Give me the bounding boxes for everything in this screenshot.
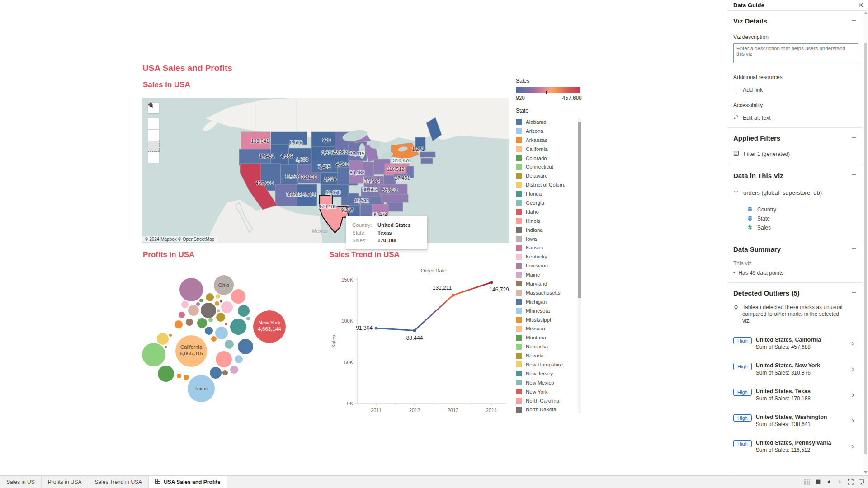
profit-bubble[interactable]	[197, 318, 207, 328]
collapse-data-in-viz-icon[interactable]	[851, 171, 857, 179]
state-mark-NC[interactable]	[381, 194, 408, 202]
profit-bubble[interactable]	[225, 340, 234, 349]
state-legend-item[interactable]: Florida	[516, 189, 584, 198]
state-legend-item[interactable]: Colorado	[516, 154, 584, 163]
viz-field-country[interactable]: Country	[747, 205, 857, 214]
close-icon[interactable]	[858, 1, 863, 9]
map-svg[interactable]: 138,64117,4314,3825,5891,60311,22032,108…	[142, 98, 509, 243]
sales-map[interactable]: 138,64117,4314,3825,5891,60311,22032,108…	[142, 98, 509, 243]
profit-bubble[interactable]	[196, 302, 200, 306]
play-icon[interactable]	[148, 152, 160, 163]
next-sheet-icon[interactable]	[837, 479, 843, 485]
viz-description-input[interactable]	[733, 43, 858, 63]
sheet-tab-usa-sales-and-profits[interactable]: USA Sales and Profits	[149, 476, 227, 488]
edit-alt-text-button[interactable]: Edit alt text	[733, 114, 857, 121]
profit-bubble[interactable]	[246, 317, 250, 320]
state-legend-item[interactable]: Georgia	[516, 198, 584, 207]
state-legend-item[interactable]: New Mexico	[516, 378, 584, 387]
profit-bubble[interactable]	[220, 300, 222, 303]
profit-bubble[interactable]	[235, 355, 243, 363]
zoom-out-icon[interactable]	[148, 129, 160, 141]
collapse-viz-details-icon[interactable]	[851, 17, 857, 25]
presentation-icon[interactable]	[859, 479, 864, 485]
trend-point-2014[interactable]	[490, 281, 493, 284]
state-legend-item[interactable]: California	[516, 145, 584, 154]
state-legend-item[interactable]: North Carolina	[516, 396, 584, 405]
state-legend-item[interactable]: Idaho	[516, 207, 584, 216]
profit-bubble[interactable]	[142, 343, 165, 366]
state-legend-item[interactable]: New Hampshire	[516, 360, 584, 369]
profit-bubble[interactable]	[215, 327, 228, 339]
profit-bubble[interactable]	[181, 301, 189, 308]
state-legend-item[interactable]: Massachusetts	[516, 288, 584, 297]
add-link-button[interactable]: Add link	[733, 86, 857, 93]
profit-bubble[interactable]	[177, 374, 181, 378]
state-mark-CT[interactable]	[421, 158, 433, 164]
state-legend-item[interactable]: Montana	[516, 333, 584, 342]
trend-point-2012[interactable]	[413, 329, 416, 332]
scroll-up-icon[interactable]	[863, 11, 868, 16]
state-legend-item[interactable]: New York	[516, 387, 584, 396]
state-legend-item[interactable]: New Jersey	[516, 369, 584, 378]
state-legend-item[interactable]: Kentucky	[516, 252, 584, 261]
state-legend-item[interactable]: Connecticut	[516, 162, 584, 171]
state-legend-item[interactable]: Michigan	[516, 297, 584, 306]
collapse-applied-filters-icon[interactable]	[851, 134, 857, 142]
state-legend-item[interactable]: District of Colum..	[516, 180, 584, 189]
sheet-view-icon[interactable]	[815, 479, 821, 485]
state-legend-item[interactable]: Missouri	[516, 324, 584, 333]
data-guide-scrollbar[interactable]	[863, 11, 868, 475]
grid-view-icon[interactable]	[804, 479, 810, 485]
profit-bubble[interactable]	[169, 334, 172, 337]
applied-filter-item[interactable]: Filter 1 (generated)	[733, 150, 857, 159]
state-legend-item[interactable]: Nevada	[516, 351, 584, 360]
state-legend-item[interactable]: Delaware	[516, 171, 584, 180]
sheet-tab-sales-in-us[interactable]: Sales in US	[0, 476, 42, 488]
state-legend-item[interactable]: Maine	[516, 270, 584, 279]
profit-bubble[interactable]	[210, 367, 222, 379]
data-guide-scrollbar-thumb[interactable]	[864, 43, 867, 454]
profit-bubble[interactable]	[238, 305, 250, 317]
chevron-right-icon[interactable]	[850, 340, 856, 348]
state-legend-scrollbar-thumb[interactable]	[578, 122, 581, 298]
fullscreen-icon[interactable]	[848, 479, 854, 485]
outlier-item[interactable]: High United States, California Sum of Sa…	[733, 337, 857, 350]
profit-bubble[interactable]	[165, 346, 167, 348]
profit-bubble[interactable]	[230, 319, 246, 335]
chevron-right-icon[interactable]	[850, 443, 856, 451]
state-legend-item[interactable]: North Dakota	[516, 405, 584, 414]
profit-bubble[interactable]	[211, 336, 217, 342]
profit-bubble[interactable]	[216, 313, 225, 322]
profit-bubble[interactable]	[221, 301, 233, 313]
outlier-item[interactable]: High United States, Pennsylvania Sum of …	[733, 440, 857, 453]
profit-bubble[interactable]	[179, 312, 185, 318]
profit-bubble[interactable]	[231, 289, 245, 304]
outlier-item[interactable]: High United States, New York Sum of Sale…	[733, 362, 857, 376]
state-legend-item[interactable]: Arizona	[516, 127, 584, 136]
trend-point-2013[interactable]	[452, 294, 455, 297]
state-legend-item[interactable]: Alabama	[516, 117, 584, 127]
collapse-outliers-icon[interactable]	[851, 289, 857, 297]
state-legend-item[interactable]: Nebraska	[516, 342, 584, 351]
profit-bubble[interactable]	[216, 294, 220, 299]
state-legend-item[interactable]: Mississippi	[516, 315, 584, 324]
profit-bubble[interactable]	[206, 293, 214, 301]
outlier-item[interactable]: High United States, Washington Sum of Sa…	[733, 414, 857, 427]
profit-bubble[interactable]	[215, 301, 219, 306]
chevron-right-icon[interactable]	[850, 392, 856, 400]
chevron-right-icon[interactable]	[850, 366, 856, 374]
state-legend-item[interactable]: Louisiana	[516, 261, 584, 270]
profit-bubble[interactable]	[188, 305, 199, 316]
prev-sheet-icon[interactable]	[826, 479, 832, 485]
profit-bubble[interactable]	[201, 303, 216, 318]
sales-legend-gradient[interactable]	[516, 87, 580, 93]
sheet-tab-profits-in-usa[interactable]: Profits in USA	[42, 476, 89, 488]
collapse-data-summary-icon[interactable]	[851, 245, 857, 253]
map-attribution[interactable]: © 2024 Mapbox © OpenStreetMap	[142, 236, 217, 242]
state-legend-item[interactable]: Minnesota	[516, 306, 584, 315]
outlier-item[interactable]: High United States, Texas Sum of Sales: …	[733, 388, 857, 402]
pin-clear-icon[interactable]	[148, 141, 160, 152]
state-legend-item[interactable]: Illinois	[516, 216, 584, 225]
viz-field-sales[interactable]: Sales	[747, 223, 857, 232]
profit-bubble[interactable]	[157, 333, 169, 345]
